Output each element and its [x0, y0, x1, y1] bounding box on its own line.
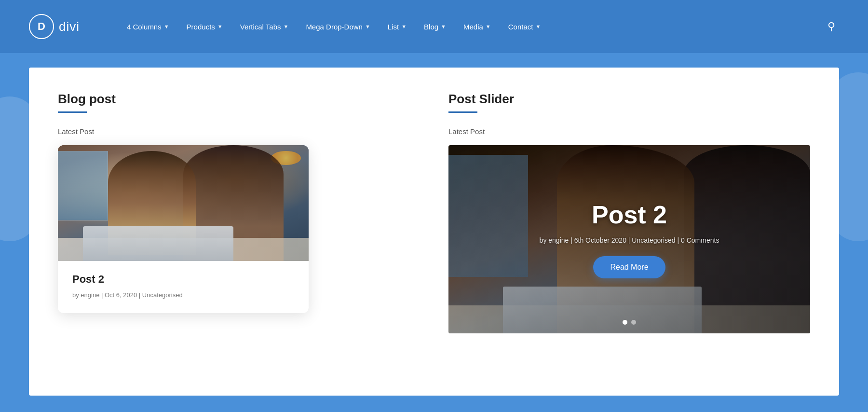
slider-dot-2[interactable]	[631, 320, 636, 325]
chevron-down-icon: ▼	[365, 24, 370, 29]
nav-item-contact[interactable]: Contact ▼	[500, 18, 550, 36]
logo-icon: D	[29, 14, 54, 39]
slider-dots	[623, 320, 636, 325]
search-icon[interactable]: ⚲	[824, 16, 839, 37]
chevron-down-icon: ▼	[217, 24, 223, 29]
post-slider-title: Post Slider	[448, 92, 810, 107]
logo-letter: D	[38, 20, 45, 33]
latest-post-label: Latest Post	[58, 127, 420, 136]
blog-image-placeholder	[58, 145, 309, 261]
slider-latest-post-label: Latest Post	[448, 127, 810, 136]
photo-window	[58, 151, 108, 220]
chevron-down-icon: ▼	[401, 24, 407, 29]
post-slider-section: Post Slider Latest Post Post 2 by engine…	[448, 92, 810, 333]
nav-item-media[interactable]: Media ▼	[455, 18, 500, 36]
nav-item-list[interactable]: List ▼	[379, 18, 415, 36]
slider-content: Post 2 by engine | 6th October 2020 | Un…	[448, 145, 810, 333]
blog-post-title: Blog post	[58, 92, 420, 107]
main-content: Blog post Latest Post Post 2	[29, 68, 839, 396]
nav-item-blog[interactable]: Blog ▼	[415, 18, 455, 36]
blog-card: Post 2 by engine | Oct 6, 2020 | Uncateg…	[58, 145, 309, 313]
photo-laptop	[83, 226, 233, 261]
chevron-down-icon: ▼	[486, 24, 491, 29]
blog-post-section: Blog post Latest Post Post 2	[58, 92, 420, 333]
nav-item-products[interactable]: Products ▼	[178, 18, 231, 36]
slider-container: Post 2 by engine | 6th October 2020 | Un…	[448, 145, 810, 333]
chevron-down-icon: ▼	[164, 24, 169, 29]
nav-item-mega-dropdown[interactable]: Mega Drop-Down ▼	[297, 18, 379, 36]
logo-text: divi	[59, 19, 80, 34]
read-more-button[interactable]: Read More	[593, 256, 665, 278]
blog-card-body: Post 2 by engine | Oct 6, 2020 | Uncateg…	[58, 261, 309, 313]
slider-section-underline	[448, 111, 477, 113]
nav-item-4columns[interactable]: 4 Columns ▼	[118, 18, 178, 36]
slider-post-title: Post 2	[592, 200, 667, 229]
blog-post-meta: by engine | Oct 6, 2020 | Uncategorised	[72, 291, 294, 299]
chevron-down-icon: ▼	[283, 24, 288, 29]
section-underline	[58, 111, 87, 113]
blog-post-name: Post 2	[72, 273, 294, 286]
slider-post-meta: by engine | 6th October 2020 | Uncategor…	[540, 236, 719, 244]
nav-item-vertical-tabs[interactable]: Vertical Tabs ▼	[231, 18, 298, 36]
columns-layout: Blog post Latest Post Post 2	[58, 92, 810, 333]
chevron-down-icon: ▼	[535, 24, 541, 29]
nav-links: 4 Columns ▼ Products ▼ Vertical Tabs ▼ M…	[118, 18, 824, 36]
blog-card-image	[58, 145, 309, 261]
chevron-down-icon: ▼	[441, 24, 446, 29]
logo[interactable]: D divi	[29, 14, 80, 39]
slider-dot-1[interactable]	[623, 320, 627, 325]
navigation: D divi 4 Columns ▼ Products ▼ Vertical T…	[0, 0, 868, 53]
